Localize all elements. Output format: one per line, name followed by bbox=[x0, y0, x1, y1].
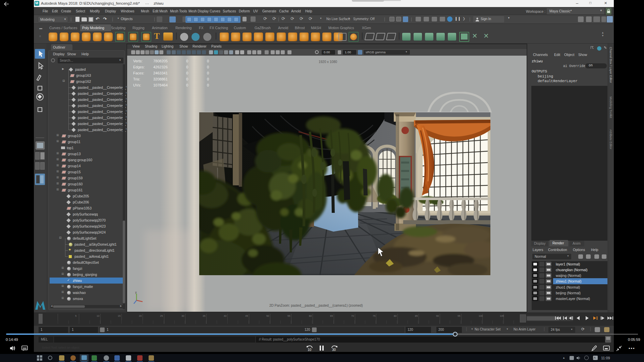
svg-text:30: 30 bbox=[332, 348, 336, 352]
svg-text:y: y bbox=[135, 291, 137, 294]
svg-text:10: 10 bbox=[308, 348, 312, 352]
